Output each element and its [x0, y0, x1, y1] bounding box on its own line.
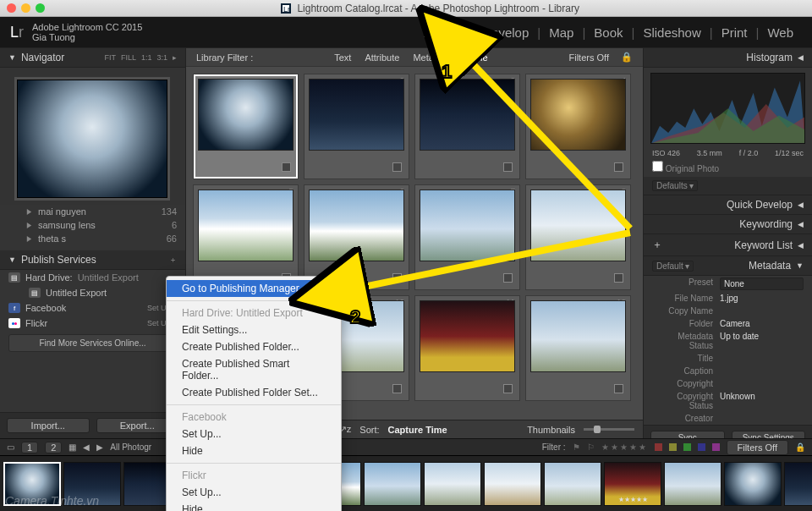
film-thumb[interactable]: [3, 462, 61, 506]
grid-cell[interactable]: 12: [525, 295, 631, 401]
navigator-header[interactable]: ▼ Navigator FITFILL1:13:1▸: [0, 48, 185, 68]
second-window-icon[interactable]: ▭: [7, 442, 14, 452]
zoom-fill[interactable]: FILL: [121, 53, 136, 62]
menu-item[interactable]: Hide: [167, 442, 341, 459]
module-book[interactable]: Book: [585, 25, 631, 40]
defaults-row[interactable]: Defaults ▾: [644, 177, 812, 195]
meta-copy-name[interactable]: Copy Name: [644, 305, 812, 317]
filters-off-toggle[interactable]: Filters Off: [569, 52, 609, 63]
module-print[interactable]: Print: [713, 25, 756, 40]
publish-hd2[interactable]: ▤Untitled Export: [0, 285, 185, 300]
filter-tab-text[interactable]: Text: [334, 52, 351, 63]
meta-title[interactable]: Title: [644, 352, 812, 365]
lock-icon[interactable]: 🔒: [795, 442, 805, 452]
add-service-icon[interactable]: ＋: [169, 255, 177, 266]
sort-value[interactable]: Capture Time: [388, 425, 447, 435]
meta-copyright[interactable]: Copyright: [644, 377, 812, 390]
page-1-button[interactable]: 1: [21, 442, 38, 453]
label-purple[interactable]: [712, 443, 720, 451]
label-red[interactable]: [655, 443, 662, 451]
histogram-header[interactable]: Histogram ◀: [644, 48, 812, 68]
preset-row[interactable]: Preset None: [644, 276, 812, 292]
meta-copyright-status[interactable]: Copyright StatusUnknown: [644, 390, 812, 412]
navigator-preview[interactable]: [0, 68, 185, 205]
meta-folder[interactable]: FolderCamera: [644, 317, 812, 330]
menu-item[interactable]: Create Published Folder Set...: [167, 384, 341, 401]
section-metadata[interactable]: Default ▾Metadata▼: [644, 256, 812, 276]
menu-item[interactable]: Go to Publishing Manager...: [167, 280, 341, 297]
filmstrip[interactable]: ★★★★★: [0, 455, 812, 511]
meta-creator[interactable]: Creator: [644, 412, 812, 425]
menu-item[interactable]: Hide: [167, 501, 341, 511]
publish-hd[interactable]: ▤Hard Drive: Untitled Export: [0, 270, 185, 285]
thumbnail-size-slider[interactable]: [584, 428, 634, 431]
nav-prev-icon[interactable]: ◀: [83, 442, 90, 452]
module-slideshow[interactable]: Slideshow: [634, 25, 709, 40]
film-thumb[interactable]: [364, 462, 421, 506]
module-web[interactable]: Web: [759, 25, 802, 40]
menu-item[interactable]: Set Up...: [167, 426, 341, 442]
label-yellow[interactable]: [669, 443, 677, 451]
grid-mini-icon[interactable]: ▦: [69, 442, 76, 452]
folder-row[interactable]: mai nguyen134: [0, 205, 185, 218]
lock-icon[interactable]: 🔒: [621, 52, 633, 63]
module-map[interactable]: Map: [540, 25, 582, 40]
grid-cell[interactable]: 3: [414, 74, 520, 179]
film-thumb[interactable]: [664, 462, 721, 506]
film-thumb[interactable]: ★★★★★: [604, 462, 661, 506]
label-green[interactable]: [683, 443, 691, 451]
film-thumb[interactable]: [424, 462, 481, 506]
breadcrumb[interactable]: All Photogr: [110, 442, 151, 452]
folder-row[interactable]: samsung lens6: [0, 218, 185, 232]
histogram[interactable]: [650, 73, 805, 144]
publish-header[interactable]: ▼ Publish Services ＋: [0, 250, 185, 270]
menu-item[interactable]: Edit Settings...: [167, 321, 341, 338]
window-maximize-button[interactable]: [36, 3, 45, 13]
section-keyword-list[interactable]: ＋Keyword List◀: [644, 234, 812, 256]
zoom-more-icon[interactable]: ▸: [173, 53, 177, 62]
meta-caption[interactable]: Caption: [644, 365, 812, 377]
nav-next-icon[interactable]: ▶: [96, 442, 103, 452]
zoom-fit[interactable]: FIT: [104, 53, 116, 62]
publish-fb[interactable]: fFacebookSet Up...: [0, 300, 185, 316]
window-minimize-button[interactable]: [21, 3, 30, 13]
flag-picked-icon[interactable]: ⚑: [573, 442, 580, 452]
grid-cell[interactable]: 8: [525, 184, 631, 290]
original-photo-checkbox[interactable]: [652, 161, 663, 172]
grid-cell[interactable]: 11: [414, 295, 520, 401]
import-button[interactable]: Import...: [7, 418, 90, 433]
section-keywording[interactable]: Keywording◀: [644, 215, 812, 234]
grid-cell[interactable]: 4: [525, 74, 631, 179]
grid-cell[interactable]: 5: [193, 184, 299, 290]
menu-item[interactable]: Set Up...: [167, 484, 341, 501]
film-thumb[interactable]: [544, 462, 601, 506]
menu-item[interactable]: Create Published Folder...: [167, 338, 341, 355]
meta-metadata-status[interactable]: Metadata StatusUp to date: [644, 330, 812, 352]
film-thumb[interactable]: [724, 462, 782, 506]
grid-cell[interactable]: 6: [304, 184, 409, 290]
film-thumb[interactable]: [784, 462, 812, 506]
rating-stars[interactable]: ★★★★★: [601, 442, 648, 452]
label-blue[interactable]: [698, 443, 705, 451]
folder-row[interactable]: theta s66: [0, 232, 185, 245]
meta-file-name[interactable]: File Name1.jpg: [644, 292, 812, 305]
grid-cell[interactable]: 1: [193, 74, 299, 179]
film-thumb[interactable]: [63, 462, 121, 506]
find-more-services-button[interactable]: Find More Services Online...: [8, 334, 177, 352]
menu-item[interactable]: Create Published Smart Folder...: [167, 355, 341, 384]
filter-tab-attribute[interactable]: Attribute: [365, 52, 399, 63]
publish-fl[interactable]: FlickrSet Up...: [0, 316, 185, 331]
module-library[interactable]: Library: [414, 25, 470, 40]
film-thumb[interactable]: [484, 462, 541, 506]
grid-cell[interactable]: 2: [304, 74, 409, 179]
strip-filters-off[interactable]: Filters Off: [727, 440, 788, 455]
zoom-3:1[interactable]: 3:1: [156, 53, 167, 62]
window-close-button[interactable]: [7, 3, 16, 13]
page-2-button[interactable]: 2: [45, 442, 62, 453]
section-quick-develop[interactable]: Quick Develop◀: [644, 195, 812, 215]
filter-tab-none[interactable]: None: [465, 52, 487, 63]
module-develop[interactable]: Develop: [474, 25, 537, 40]
grid-cell[interactable]: 7: [414, 184, 520, 290]
filter-tab-metadata[interactable]: Metadata: [413, 52, 452, 63]
flag-rejected-icon[interactable]: ⚐: [587, 442, 595, 452]
